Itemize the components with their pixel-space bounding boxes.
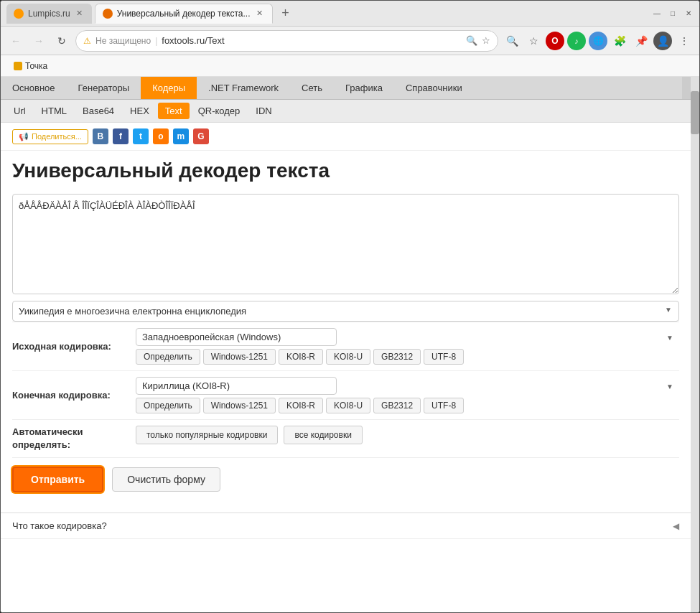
target-encoding-row: Конечная кодировка: Кириллица (KOI8-R) U… — [12, 370, 679, 419]
back-button[interactable]: ← — [6, 32, 25, 50]
src-koi8r-btn[interactable]: KOI8-R — [279, 349, 323, 365]
tgt-koi8r-btn[interactable]: KOI8-R — [279, 398, 323, 413]
share-button[interactable]: 📢 Поделиться... — [12, 129, 88, 144]
globe-icon[interactable]: 🌐 — [589, 32, 607, 50]
facebook-icon[interactable]: f — [113, 128, 129, 144]
odnoklassniki-icon[interactable]: о — [153, 128, 169, 144]
faq-item-0[interactable]: Что такое кодировка? ◀ — [1, 513, 691, 539]
tgt-win1251-btn[interactable]: Windows-1251 — [203, 398, 276, 413]
bookmark-star-icon[interactable]: ☆ — [482, 35, 490, 46]
twitter-icon[interactable]: t — [133, 128, 149, 144]
all-encodings-btn[interactable]: все кодировки — [284, 426, 362, 444]
nav-osnovno[interactable]: Основное — [1, 77, 67, 99]
foxtools-favicon — [103, 9, 113, 19]
nav-scrollbar — [682, 77, 691, 99]
auto-detect-buttons: только популярные кодировки все кодировк… — [136, 426, 679, 444]
subnav-text[interactable]: Text — [158, 103, 190, 119]
src-detect-btn[interactable]: Определить — [136, 349, 200, 365]
source-encoding-quick-btns: Определить Windows-1251 KOI8-R KOI8-U GB… — [136, 349, 679, 365]
nav-bar: ← → ↻ ⚠ Не защищено | foxtools.ru/Text 🔍… — [1, 27, 699, 55]
page-content: Основное Генераторы Кодеры .NET Framewor… — [1, 77, 699, 612]
tab-foxtools-label: Универсальный декодер текста... — [117, 9, 251, 19]
target-encoding-controls: Кириллица (KOI8-R) UTF-8 Windows-1251 KO… — [136, 377, 679, 413]
security-warning-icon: ⚠ — [83, 36, 91, 46]
subnav-idn[interactable]: IDN — [248, 103, 279, 119]
tab-lumpics-label: Lumpics.ru — [28, 9, 70, 19]
form-area: ðÅÅÅÐÄÀÅÎ Å ÎÎÏÇÎÀÜÉÐÎÀ ÀÎÀÐÒÎÎÏÐÀÅÎ Уик… — [1, 188, 691, 507]
opera-icon[interactable]: O — [546, 32, 564, 50]
scrollbar-thumb[interactable] — [691, 91, 699, 134]
extensions-icon[interactable]: 🧩 — [610, 32, 629, 50]
tab-lumpics-close[interactable]: ✕ — [75, 9, 85, 19]
nav-generatory[interactable]: Генераторы — [67, 77, 141, 99]
menu-icon[interactable]: ⋮ — [675, 32, 694, 50]
star-toolbar-icon[interactable]: ☆ — [524, 32, 543, 50]
not-secure-label: Не защищено — [95, 36, 151, 46]
src-utf8-btn[interactable]: UTF-8 — [424, 349, 464, 365]
src-gb2312-btn[interactable]: GB2312 — [373, 349, 421, 365]
address-text[interactable]: foxtools.ru/Text — [162, 35, 462, 46]
subnav-qr[interactable]: QR-кодер — [191, 103, 248, 119]
source-encoding-controls: Западноевропейская (Windows) UTF-8 KOI8-… — [136, 328, 679, 365]
page-heading: Универсальный декодер текста — [1, 151, 691, 188]
submit-button[interactable]: Отправить — [12, 467, 103, 492]
src-win1251-btn[interactable]: Windows-1251 — [203, 349, 276, 365]
subnav-url[interactable]: Url — [6, 103, 33, 119]
subnav-html[interactable]: HTML — [34, 103, 74, 119]
subnav-base64[interactable]: Base64 — [75, 103, 121, 119]
close-button[interactable]: ✕ — [683, 9, 694, 19]
vk-icon[interactable]: В — [93, 128, 108, 144]
title-bar: Lumpics.ru ✕ Универсальный декодер текст… — [1, 1, 699, 27]
tgt-koi8u-btn[interactable]: KOI8-U — [326, 398, 370, 413]
tab-lumpics[interactable]: Lumpics.ru ✕ — [6, 4, 92, 24]
nav-kodery[interactable]: Кодеры — [141, 77, 197, 99]
window-controls: — □ ✕ — [652, 9, 694, 19]
text-input[interactable]: ðÅÅÅÐÄÀÅÎ Å ÎÎÏÇÎÀÜÉÐÎÀ ÀÎÀÐÒÎÎÏÐÀÅÎ — [12, 194, 679, 294]
tab-foxtools[interactable]: Универсальный декодер текста... ✕ — [95, 4, 273, 24]
subnav-hex[interactable]: HEX — [123, 103, 157, 119]
action-row: Отправить Очистить форму — [12, 457, 679, 501]
preset-dropdown[interactable]: Уикипедия е многоезична електронна енцик… — [12, 301, 679, 322]
toolbar-icons: 🔍 ☆ O ♪ 🌐 🧩 📌 👤 ⋮ — [503, 32, 694, 50]
source-encoding-select-wrapper: Западноевропейская (Windows) UTF-8 KOI8-… — [136, 328, 679, 346]
tgt-utf8-btn[interactable]: UTF-8 — [424, 398, 464, 413]
auto-detect-row: Автоматически определять: только популяр… — [12, 419, 679, 457]
source-encoding-select[interactable]: Западноевропейская (Windows) UTF-8 KOI8-… — [136, 328, 337, 346]
refresh-button[interactable]: ↻ — [52, 32, 71, 50]
target-encoding-select-wrapper: Кириллица (KOI8-R) UTF-8 Windows-1251 KO… — [136, 377, 679, 395]
googleplus-icon[interactable]: G — [193, 128, 209, 144]
search-icon[interactable]: 🔍 — [466, 35, 477, 46]
bookmark-favicon — [14, 62, 22, 70]
tgt-detect-btn[interactable]: Определить — [136, 398, 200, 413]
profile-avatar[interactable]: 👤 — [653, 32, 672, 50]
src-koi8u-btn[interactable]: KOI8-U — [326, 349, 370, 365]
pin-icon[interactable]: 📌 — [632, 32, 650, 50]
minimize-button[interactable]: — — [652, 9, 662, 19]
forward-button[interactable]: → — [29, 32, 48, 50]
faq-section: Что такое кодировка? ◀ — [1, 513, 691, 539]
tab-foxtools-close[interactable]: ✕ — [255, 9, 265, 19]
address-bar[interactable]: ⚠ Не защищено | foxtools.ru/Text 🔍 ☆ — [75, 30, 498, 52]
popular-encodings-btn[interactable]: только популярные кодировки — [136, 426, 278, 444]
target-encoding-select[interactable]: Кириллица (KOI8-R) UTF-8 Windows-1251 KO… — [136, 377, 337, 395]
mailru-icon[interactable]: m — [173, 128, 189, 144]
share-bar: 📢 Поделиться... В f t о m G — [1, 123, 691, 151]
bookmark-tochka[interactable]: Точка — [8, 59, 53, 73]
target-encoding-quick-btns: Определить Windows-1251 KOI8-R KOI8-U GB… — [136, 398, 679, 413]
clear-button[interactable]: Очистить форму — [112, 467, 220, 492]
site-subnav: Url HTML Base64 HEX Text QR-кодер IDN — [1, 100, 691, 123]
search-toolbar-icon[interactable]: 🔍 — [503, 32, 521, 50]
new-tab-button[interactable]: + — [276, 4, 296, 24]
nav-dotnet[interactable]: .NET Framework — [197, 77, 290, 99]
site-container: Основное Генераторы Кодеры .NET Framewor… — [1, 77, 691, 612]
page-scrollbar[interactable] — [691, 77, 699, 612]
nav-grafika[interactable]: Графика — [334, 77, 394, 99]
tgt-gb2312-btn[interactable]: GB2312 — [373, 398, 421, 413]
faq-item-label: Что такое кодировка? — [12, 520, 107, 531]
nav-spravochniki[interactable]: Справочники — [394, 77, 474, 99]
maximize-button[interactable]: □ — [668, 9, 678, 19]
page-title: Универсальный декодер текста — [12, 159, 679, 182]
music-icon[interactable]: ♪ — [567, 32, 586, 50]
nav-set[interactable]: Сеть — [290, 77, 334, 99]
faq-arrow-icon: ◀ — [673, 521, 679, 531]
